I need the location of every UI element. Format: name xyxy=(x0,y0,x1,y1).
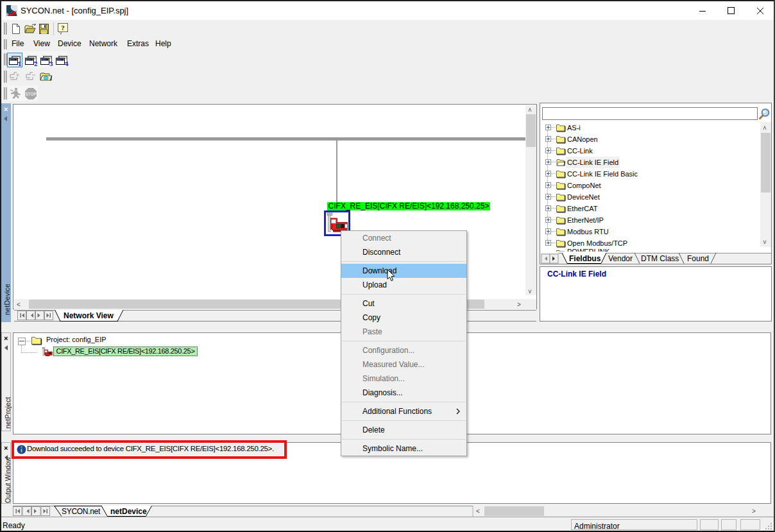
svg-text:Fieldbus: Fieldbus xyxy=(569,254,601,263)
svg-text:4: 4 xyxy=(65,60,69,67)
svg-text:1: 1 xyxy=(18,60,22,67)
svg-text:?: ? xyxy=(61,24,65,31)
svg-text:SYCON.net: SYCON.net xyxy=(62,507,101,516)
svg-text:STOP: STOP xyxy=(25,92,37,96)
svg-text:3: 3 xyxy=(49,60,53,67)
svg-text:Found: Found xyxy=(687,254,709,263)
svg-text:2: 2 xyxy=(34,60,38,67)
svg-text:Network View: Network View xyxy=(64,311,114,320)
svg-text:netDevice: netDevice xyxy=(110,507,147,516)
svg-text:Vendor: Vendor xyxy=(608,254,633,263)
svg-text:DTM Class: DTM Class xyxy=(641,254,679,263)
